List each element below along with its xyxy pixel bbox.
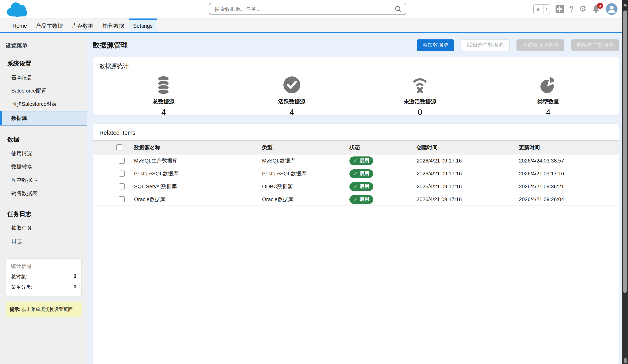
stat-value: 0	[356, 108, 484, 117]
tab-sales-data[interactable]: 销售数据	[98, 18, 129, 32]
sidebar-item-salesforce-config[interactable]: Salesforce配置	[0, 84, 87, 97]
sidebar-item-data-transform[interactable]: 数据转换	[0, 160, 87, 173]
cell-name: PostgreSQL数据库	[134, 167, 262, 180]
cell-updated: 2026/4/21 09:36:21	[519, 180, 619, 193]
search-icon[interactable]	[395, 6, 402, 14]
table-row[interactable]: MySQL生产数据库 MySQL数据库 ✓启用 2026/4/21 09:17:…	[93, 154, 619, 167]
edit-selected-datasource-button[interactable]: 编辑选中数据源	[461, 39, 510, 51]
status-badge: ✓启用	[349, 156, 373, 165]
check-circle-icon	[228, 76, 356, 94]
tab-product-master-data[interactable]: 产品主数据	[31, 18, 68, 32]
row-checkbox[interactable]	[119, 171, 125, 177]
delete-selected-datasource-button[interactable]: 删除选中数据源	[571, 39, 619, 51]
datasource-table: 数据源名称 类型 状态 创建时间 更新时间 MySQL生产数据库 MySQL数据…	[93, 140, 619, 206]
tip-prefix: 提示:	[10, 307, 20, 312]
cell-created: 2026/4/21 09:17:16	[417, 154, 519, 167]
check-icon: ✓	[353, 158, 357, 164]
add-datasource-button[interactable]: 添加数据源	[417, 39, 454, 51]
sidebar-stats-card: 统计信息 总对象: 2 菜单分类: 3	[6, 258, 82, 296]
main-content: 数据源管理 添加数据源 编辑选中数据源 测试数据源链接 删除选中数据源 数据源统…	[87, 33, 628, 364]
test-datasource-connection-button[interactable]: 测试数据源链接	[517, 39, 564, 51]
stats-label: 菜单分类:	[11, 284, 32, 291]
stat-active-datasources: 活跃数据源 4	[228, 76, 356, 117]
col-header-name: 数据源名称	[134, 141, 262, 154]
page-title: 数据源管理	[93, 40, 128, 50]
table-header-row: 数据源名称 类型 状态 创建时间 更新时间	[93, 141, 619, 154]
cell-created: 2026/4/21 09:17:16	[417, 193, 519, 206]
col-header-updated: 更新时间	[519, 141, 619, 154]
page-actions: 添加数据源 编辑选中数据源 测试数据源链接 删除选中数据源	[417, 39, 619, 51]
stats-row-total-objects: 总对象: 2	[11, 274, 77, 280]
sidebar-item-usage[interactable]: 使用情况	[0, 147, 87, 160]
sidebar-item-data-sources[interactable]: 数据源	[0, 111, 87, 125]
stat-label: 活跃数据源	[228, 98, 356, 105]
stat-label: 未激活数据源	[356, 98, 484, 105]
stat-type-count: 类型数量 4	[484, 76, 612, 117]
vertical-scrollbar	[622, 0, 628, 364]
check-icon: ✓	[353, 183, 357, 189]
tip-text: 点击菜单项切换设置页面	[20, 307, 73, 312]
stat-value: 4	[99, 108, 228, 117]
status-badge: ✓启用	[349, 169, 373, 178]
main-nav: Home 产品主数据 库存数据 销售数据 Settings	[0, 18, 628, 33]
cell-type: MySQL数据库	[262, 154, 349, 167]
related-items-panel: Related Items 数据源名称 类型 状态 创建时间 更新时间	[93, 123, 619, 364]
tab-settings[interactable]: Settings	[129, 18, 157, 32]
cloud-logo-icon[interactable]	[5, 1, 29, 19]
cell-created: 2026/4/21 09:17:16	[417, 167, 519, 180]
row-checkbox[interactable]	[119, 158, 125, 164]
cell-updated: 2026/4/21 09:17:16	[519, 167, 619, 180]
user-avatar[interactable]	[606, 3, 618, 15]
notification-count-badge: 3	[597, 3, 603, 9]
help-icon[interactable]: ?	[569, 5, 574, 13]
table-row[interactable]: Oracle数据库 Oracle数据库 ✓启用 2026/4/21 09:17:…	[93, 193, 619, 206]
sidebar-item-basic-info[interactable]: 基本信息	[0, 71, 87, 84]
search-input[interactable]	[209, 3, 406, 15]
sidebar-tip: 提示: 点击菜单项切换设置页面	[6, 302, 82, 317]
cell-updated: 2026/4/24 03:38:57	[519, 154, 619, 167]
cell-type: Oracle数据库	[262, 193, 349, 206]
sidebar-section-data: 数据	[7, 136, 87, 144]
notifications-bell-icon[interactable]: 3	[592, 4, 601, 14]
table-row[interactable]: PostgreSQL数据库 PostgreSQL数据库 ✓启用 2026/4/2…	[93, 167, 619, 180]
add-global-icon[interactable]	[555, 5, 564, 13]
scrollbar-down-arrow[interactable]	[624, 358, 627, 363]
sidebar-section-task-logs: 任务日志	[7, 210, 87, 218]
stats-row-menu-categories: 菜单分类: 3	[11, 284, 77, 291]
scrollbar-thumb[interactable]	[623, 10, 627, 293]
favorites-control: ★ ▼	[533, 4, 550, 14]
cell-name: SQL Server数据库	[134, 180, 262, 193]
scrollbar-up-arrow[interactable]	[623, 3, 627, 6]
settings-sidebar: 设置菜单 系统设置 基本信息 Salesforce配置 同步Salesforce…	[0, 33, 87, 364]
stat-label: 类型数量	[484, 98, 612, 105]
cell-type: ODBC数据源	[262, 180, 349, 193]
stats-card-title: 统计信息	[11, 263, 77, 270]
stat-value: 4	[484, 108, 612, 117]
favorites-caret-icon[interactable]: ▼	[543, 5, 550, 13]
datasource-stats-panel: 数据源统计	[93, 57, 619, 116]
cell-type: PostgreSQL数据库	[262, 167, 349, 180]
tab-inventory-data[interactable]: 库存数据	[68, 18, 98, 32]
top-header: ★ ▼ ? ⚙ 3	[0, 0, 628, 18]
wifi-off-icon	[356, 76, 484, 94]
stats-panel-title: 数据源统计	[99, 62, 612, 70]
cell-name: Oracle数据库	[134, 193, 262, 206]
select-all-checkbox[interactable]	[116, 144, 122, 150]
row-checkbox[interactable]	[119, 183, 125, 189]
setup-gear-icon[interactable]: ⚙	[579, 5, 587, 13]
sidebar-item-sync-salesforce-objects[interactable]: 同步Salesforce对象	[0, 97, 87, 111]
app-root: ★ ▼ ? ⚙ 3 Home 产品主数据 库存	[0, 0, 628, 364]
sidebar-item-extract-tasks[interactable]: 抽取任务	[0, 221, 87, 235]
database-icon	[99, 76, 228, 94]
stats-label: 总对象:	[11, 274, 27, 280]
favorites-star-icon[interactable]: ★	[534, 5, 543, 13]
sidebar-item-sales-table[interactable]: 销售数据表	[0, 187, 87, 200]
table-row[interactable]: SQL Server数据库 ODBC数据源 ✓启用 2026/4/21 09:1…	[93, 180, 619, 193]
sidebar-item-logs[interactable]: 日志	[0, 235, 87, 248]
tab-home[interactable]: Home	[8, 18, 31, 32]
pie-chart-icon	[484, 76, 612, 94]
row-checkbox[interactable]	[119, 196, 125, 202]
sidebar-section-system: 系统设置	[7, 60, 87, 67]
sidebar-item-inventory-table[interactable]: 库存数据表	[0, 173, 87, 187]
stat-value: 4	[228, 108, 356, 117]
